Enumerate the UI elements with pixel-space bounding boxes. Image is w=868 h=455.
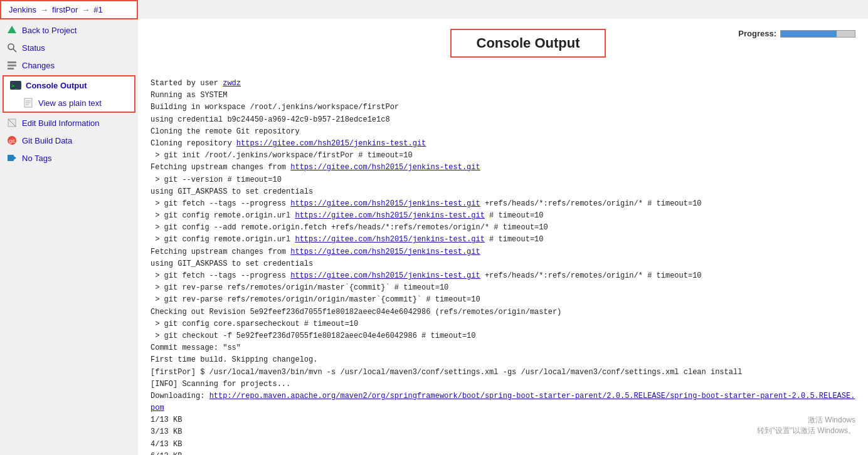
console-output-text: Started by user zwdz Running as SYSTEM B… <box>151 78 855 455</box>
sidebar-item-no-tags[interactable]: No Tags <box>0 149 138 167</box>
console-link[interactable]: https://gitee.com/hsh2015/jenkins-test.g… <box>295 211 484 220</box>
svg-rect-4 <box>8 65 16 66</box>
tag-icon <box>6 152 18 164</box>
up-arrow-icon <box>6 24 18 36</box>
sidebar-label-edit-build: Edit Build Information <box>22 118 100 128</box>
sidebar-item-git-build[interactable]: git Git Build Data <box>0 132 138 149</box>
windows-watermark: 激活 Windows 转到"设置"以激活 Windows。 <box>757 415 855 436</box>
svg-text:>_: >_ <box>11 83 18 89</box>
console-link[interactable]: http://repo.maven.apache.org/maven2/org/… <box>151 392 855 412</box>
console-link[interactable]: https://gitee.com/hsh2015/jenkins-test.g… <box>290 163 480 172</box>
progress-label: Progress: <box>738 29 776 38</box>
svg-marker-0 <box>8 26 16 33</box>
sidebar-item-back-to-project[interactable]: Back to Project <box>0 21 138 39</box>
svg-line-2 <box>13 49 16 52</box>
search-icon <box>6 42 18 53</box>
breadcrumb-build-num[interactable]: #1 <box>93 5 102 14</box>
console-title: Console Output <box>477 35 580 51</box>
page-icon <box>23 97 34 108</box>
svg-text:git: git <box>9 138 15 144</box>
sidebar-label-no-tags: No Tags <box>22 154 51 163</box>
progress-bar-track <box>780 30 855 38</box>
sidebar-item-status[interactable]: Status <box>0 39 138 56</box>
console-link[interactable]: https://gitee.com/hsh2015/jenkins-test.g… <box>290 271 480 280</box>
console-icon: >_ <box>10 80 21 91</box>
progress-bar-fill <box>781 31 837 37</box>
pencil-icon <box>6 117 18 128</box>
breadcrumb-sep-1: → <box>40 5 48 14</box>
breadcrumb-firstpor[interactable]: firstPor <box>52 5 78 14</box>
svg-rect-3 <box>8 61 16 63</box>
watermark-line2: 转到"设置"以激活 Windows。 <box>757 426 855 436</box>
sidebar-label-back: Back to Project <box>22 26 77 35</box>
console-link[interactable]: https://gitee.com/hsh2015/jenkins-test.g… <box>290 199 480 208</box>
changes-icon <box>6 60 18 71</box>
svg-marker-17 <box>14 156 16 160</box>
watermark-line1: 激活 Windows <box>757 415 855 426</box>
sidebar-label-plain: View as plain text <box>38 98 102 108</box>
sidebar-label-console: Console Output <box>26 81 87 90</box>
sidebar-item-changes[interactable]: Changes <box>0 56 138 74</box>
main-content: Progress: Console Output Started by user… <box>138 19 868 455</box>
console-link[interactable]: https://gitee.com/hsh2015/jenkins-test.g… <box>290 248 480 256</box>
progress-area: Progress: <box>738 29 855 38</box>
console-link[interactable]: zwdz <box>223 79 241 88</box>
sidebar-label-status: Status <box>22 43 45 53</box>
svg-point-1 <box>8 44 14 50</box>
sidebar-item-console-output[interactable]: >_ Console Output <box>4 76 134 94</box>
breadcrumb-jenkins[interactable]: Jenkins <box>9 5 36 14</box>
console-title-box: Console Output <box>450 29 606 58</box>
breadcrumb-sep-2: → <box>82 5 90 14</box>
sidebar-item-view-plain[interactable]: View as plain text <box>16 94 134 112</box>
sidebar-item-edit-build[interactable]: Edit Build Information <box>0 114 138 132</box>
sidebar-label-git: Git Build Data <box>22 136 72 145</box>
sidebar-label-changes: Changes <box>22 61 55 70</box>
svg-rect-16 <box>8 155 14 161</box>
svg-rect-5 <box>8 68 14 70</box>
console-link[interactable]: https://gitee.com/hsh2015/jenkins-test.g… <box>236 139 426 148</box>
breadcrumb: Jenkins → firstPor → #1 <box>0 0 138 19</box>
console-link[interactable]: https://gitee.com/hsh2015/jenkins-test.g… <box>295 235 484 244</box>
git-icon: git <box>6 135 18 146</box>
sidebar: Back to Project Status Changes >_ Consol… <box>0 19 138 455</box>
